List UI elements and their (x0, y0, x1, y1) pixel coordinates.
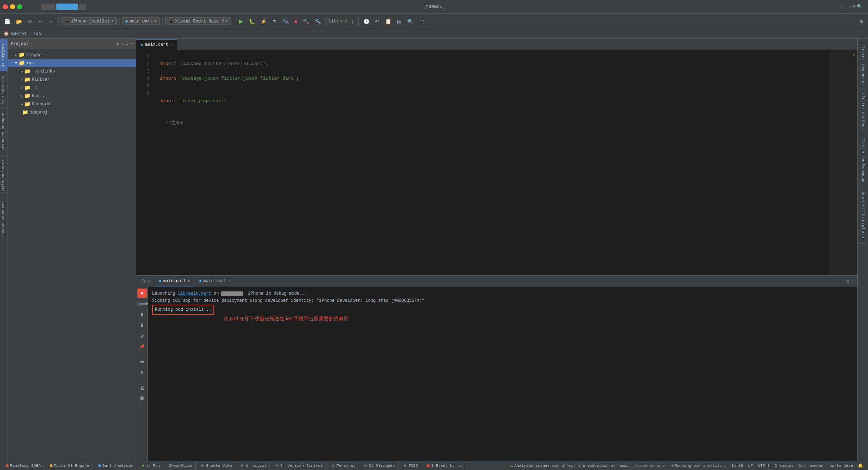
settings-icon[interactable]: ⚙ (846, 278, 849, 284)
tab-close-main-dart[interactable]: ✕ (170, 42, 173, 47)
bottom-tab-messages[interactable]: ≡ 0: Messages (361, 461, 398, 470)
tree-item-flutter[interactable]: ▶ 📁 Flutter (8, 75, 136, 84)
forward-button[interactable]: → (46, 17, 56, 26)
tab-flutter-performance[interactable]: Flutter Performance (859, 133, 867, 187)
bottom-tab-todo[interactable]: ≡ TODO (401, 461, 421, 470)
new-file-button[interactable]: 📄 (2, 17, 12, 26)
tree-item-odeproj[interactable]: 📁 odeproj (8, 108, 136, 116)
bottom-tab-gradle[interactable]: + Gradle View (198, 461, 235, 470)
tree-item-runnern[interactable]: ▶ 📁 RunnerN (8, 100, 136, 108)
print-button[interactable]: 🖨 (137, 383, 147, 392)
tree-item-run[interactable]: ▶ 📁 Run... (8, 92, 136, 100)
scroll-down-button[interactable]: ⬇ (137, 321, 147, 330)
tree-label-symlinks: .symlinks (32, 69, 55, 74)
git-push-button[interactable]: ↑ (349, 17, 356, 26)
build-button[interactable]: 🔨 (301, 17, 311, 26)
lib-main-dart-link[interactable]: lib/main.dart (178, 291, 211, 296)
status-indent[interactable]: 2 spaces (773, 463, 796, 468)
sidebar-item-resource-manager[interactable]: Resource Manager (0, 108, 7, 155)
debug-button[interactable]: 🐛 (247, 17, 257, 26)
bottom-tab-findbugs[interactable]: FindBugs-IDEA (3, 461, 44, 470)
tab-main-dart[interactable]: ◆ main.dart ✕ (136, 39, 177, 50)
line-num-6: 6 (136, 90, 150, 98)
sdk-button[interactable]: 🔧 (313, 17, 323, 26)
tab-run-main-dart-2[interactable]: ◆ main.dart ✕ (195, 276, 234, 286)
commit-button[interactable]: 📋 (383, 17, 393, 26)
bottom-tab-version-control[interactable]: ⊢ 9: Version Control (273, 461, 326, 470)
status-position[interactable]: 31:26 (729, 463, 745, 468)
wrap-button[interactable]: ⇌ (137, 357, 147, 366)
status-lf[interactable]: LF (746, 463, 755, 468)
coverage-button[interactable]: ☂ (270, 17, 279, 26)
sidebar-item-layout-captures[interactable]: Layout Captures (0, 197, 7, 241)
status-git[interactable]: Git: master (796, 463, 827, 468)
refresh-button[interactable]: ↺ (26, 17, 34, 26)
position-text: 31:26 (731, 464, 743, 468)
structure-button[interactable]: ▤ (395, 17, 404, 26)
bottom-tab-dart-analysis[interactable]: Dart Analysis (95, 461, 136, 470)
sidebar-item-project[interactable]: 1: Project (0, 39, 7, 71)
attach-button[interactable]: 📎 (281, 17, 291, 26)
close-icon[interactable]: — (131, 41, 133, 46)
device2-dropdown[interactable]: 📱 Xiaomi Redmi Note 8 ▾ (165, 17, 231, 25)
device-dropdown[interactable]: 📱 iPhone (mobile) ▾ (61, 17, 117, 25)
stop-run-button[interactable] (137, 289, 147, 298)
scroll-up-button[interactable]: ⬆ (137, 310, 147, 319)
minimize-button[interactable] (10, 4, 15, 9)
history-button[interactable]: 🕐 (361, 17, 372, 26)
tab-run-main-dart-1[interactable]: ◆ main.dart ✕ (155, 276, 194, 286)
delete-button[interactable]: 🗑 (137, 394, 147, 403)
sort-icon[interactable]: ⇅ (121, 41, 123, 46)
tree-label-odeproj: odeproj (30, 110, 47, 115)
bottom-tab-multios[interactable]: Multi-OS Engine (47, 461, 92, 470)
open-button[interactable]: 📂 (14, 17, 24, 26)
back-button[interactable]: ← (36, 17, 45, 26)
stop-button[interactable]: ■ (292, 17, 299, 26)
sidebar-item-build-variants[interactable]: Build Variants (0, 155, 7, 197)
device3-button[interactable]: 📱 (417, 17, 427, 26)
chevron-down-icon4[interactable]: ▾ (31, 42, 33, 46)
findbugs-label: FindBugs-IDEA (10, 464, 41, 468)
bottom-tab-checkstyle[interactable]: CheckStyle (166, 461, 196, 470)
status-running[interactable]: ⚙ Running pod install... (669, 463, 728, 468)
status-warning[interactable]: ⚠ Analysis issues may affect the executi… (509, 463, 668, 468)
minimize-icon[interactable]: — (852, 278, 854, 284)
run-button[interactable]: ▶ (237, 16, 245, 26)
console-area[interactable]: Launching lib/main.dart on iPhone in deb… (148, 287, 857, 461)
maximize-button[interactable] (17, 4, 22, 9)
breadcrumb-part1[interactable]: mdemo1 (11, 31, 26, 36)
tab-device-file-explorer[interactable]: Device File Explorer (859, 187, 867, 244)
tree-item-images[interactable]: ▶ 📁 images (8, 51, 136, 59)
sidebar-item-favorites[interactable]: 2: Favorites (0, 71, 7, 108)
console-line-3: Running pod install... (152, 305, 853, 315)
revert-button[interactable]: ↶ (373, 17, 382, 26)
bottom-tab-run[interactable]: ▶ 4: Run (139, 461, 163, 470)
status-encoding[interactable]: UTF-8 (756, 463, 772, 468)
close-button[interactable] (3, 4, 8, 9)
status-notification[interactable]: 🔔 (856, 463, 865, 468)
bottom-tab-terminal[interactable]: ⊡ Terminal (329, 461, 358, 470)
status-uptodate[interactable]: up-to-date (827, 463, 855, 468)
profile-button[interactable]: ⚡ (258, 17, 269, 26)
settings-button[interactable]: ⚙ (857, 17, 866, 26)
run-tab-close-2[interactable]: ✕ (228, 279, 231, 283)
tab-flutter-inspector[interactable]: Flutter Inspector (859, 40, 867, 89)
filter-button[interactable]: ⇳ (137, 368, 147, 377)
sync-icon[interactable]: ⊕ (116, 41, 119, 46)
tree-item-angle[interactable]: ▶ 📁 '< (8, 84, 136, 92)
clear-button[interactable]: ⊘ (137, 331, 147, 341)
tree-item-symlinks[interactable]: ▶ 📁 .symlinks (8, 67, 136, 75)
code-line-6: //注释▼ (160, 120, 823, 127)
code-content[interactable]: import 'package:flutter/material.dart'; … (154, 50, 829, 275)
run-tab-close-1[interactable]: ✕ (188, 279, 191, 283)
file-dropdown[interactable]: ◆ main.dart ▾ (122, 17, 160, 25)
bottom-tab-eventlog[interactable]: 3 Event Lo... (424, 461, 465, 470)
gear-icon[interactable]: ⚙ (126, 41, 128, 46)
tab-flutter-outline[interactable]: Flutter Outline (859, 89, 867, 133)
pin-button[interactable]: 📌 (137, 342, 147, 351)
tree-item-ios[interactable]: ▼ 📁 ios (8, 59, 136, 67)
line-num-5: 5 (136, 82, 150, 90)
search-button[interactable]: 🔍 (405, 17, 415, 26)
bottom-tab-logcat[interactable]: ≡ 6: Logcat (238, 461, 270, 470)
breadcrumb-part2[interactable]: ios (33, 31, 41, 36)
